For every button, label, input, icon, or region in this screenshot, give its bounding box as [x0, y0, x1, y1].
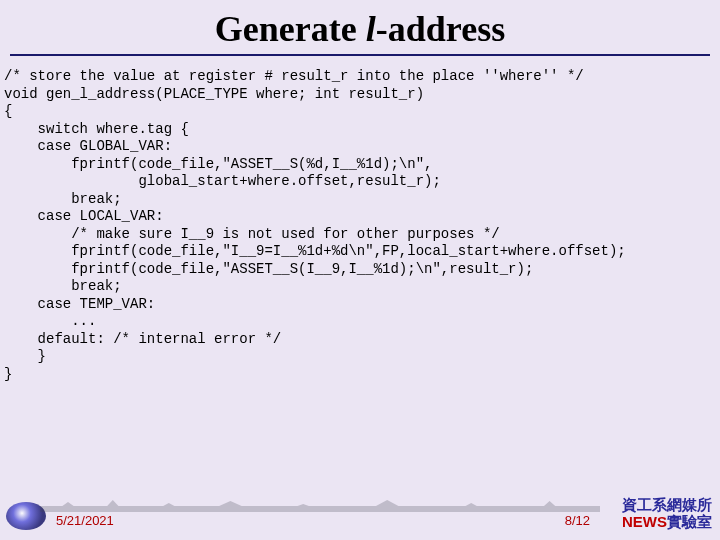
slide-footer: 5/21/2021 8/12 資工系網媒所 NEWS實驗室: [0, 486, 720, 534]
lab-line1: 資工系網媒所: [622, 496, 712, 513]
title-italic: l: [366, 9, 376, 49]
title-suffix: -address: [376, 9, 505, 49]
slide-title: Generate l-address: [10, 0, 710, 56]
skyline-decoration-icon: [40, 498, 600, 512]
page-number: 8/12: [565, 513, 590, 528]
title-prefix: Generate: [215, 9, 366, 49]
code-listing: /* store the value at register # result_…: [0, 56, 720, 383]
lab-credit: 資工系網媒所 NEWS實驗室: [622, 496, 712, 531]
slide-date: 5/21/2021: [56, 513, 114, 528]
lab-line2: NEWS實驗室: [622, 513, 712, 530]
